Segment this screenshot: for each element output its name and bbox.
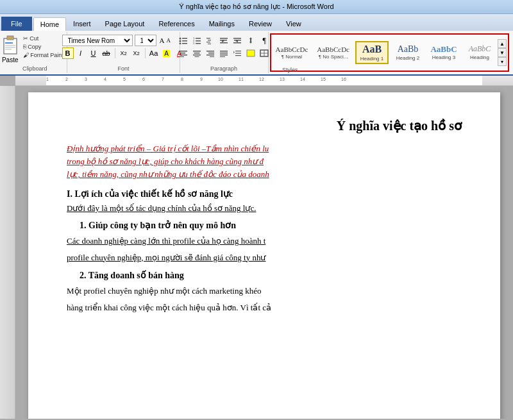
svg-rect-37 bbox=[193, 51, 201, 52]
decrease-font-button[interactable]: A bbox=[167, 37, 171, 44]
svg-point-10 bbox=[180, 43, 181, 45]
justify-icon bbox=[219, 49, 228, 57]
styles-expand[interactable]: ▾ bbox=[498, 57, 507, 66]
shading-icon bbox=[246, 49, 255, 57]
svg-rect-47 bbox=[220, 55, 228, 56]
svg-rect-38 bbox=[194, 53, 200, 54]
bullets-icon bbox=[179, 37, 188, 44]
font-controls: Times New Rom 12 A A B I U ab X2 X2 Aa A bbox=[60, 33, 188, 60]
tab-mailings[interactable]: Mailings bbox=[202, 17, 242, 31]
tab-file[interactable]: File bbox=[1, 17, 32, 31]
align-center-icon bbox=[192, 49, 201, 57]
show-marks-button[interactable]: ¶ bbox=[258, 35, 271, 46]
svg-rect-44 bbox=[210, 56, 214, 57]
tab-references[interactable]: References bbox=[151, 17, 201, 31]
numbering-icon: 1. 2. 3. bbox=[192, 37, 201, 44]
tab-review[interactable]: Review bbox=[242, 17, 279, 31]
svg-rect-21 bbox=[208, 44, 211, 44]
document-area[interactable]: Ý nghĩa việc tạo hồ sơ Định hướng phát t… bbox=[15, 86, 513, 419]
style-heading2[interactable]: AaBb Heading 2 bbox=[391, 42, 425, 62]
font-separator2 bbox=[145, 48, 146, 58]
svg-rect-50 bbox=[235, 53, 241, 54]
svg-rect-19 bbox=[208, 40, 211, 40]
styles-scroll-down[interactable]: ▼ bbox=[498, 48, 507, 57]
align-right-button[interactable] bbox=[204, 47, 217, 59]
svg-rect-35 bbox=[180, 55, 187, 56]
sort-icon bbox=[246, 37, 255, 44]
svg-rect-24 bbox=[220, 40, 227, 41]
svg-rect-46 bbox=[220, 53, 228, 54]
document-body-line1: trong bộ hồ sơ năng lực, giúp cho khách … bbox=[67, 156, 462, 167]
style-heading4[interactable]: AaBbC Heading bbox=[463, 43, 496, 62]
italic-button[interactable]: I bbox=[75, 47, 87, 59]
horizontal-ruler: 1 2 3 4 5 6 7 8 9 10 11 12 13 14 15 16 bbox=[15, 76, 513, 86]
style-heading3-preview: AaBbC bbox=[430, 45, 457, 54]
subscript-button[interactable]: X2 bbox=[118, 47, 130, 59]
style-heading1-preview: AaB bbox=[362, 44, 382, 55]
styles-scroll-up[interactable]: ▲ bbox=[498, 39, 507, 48]
font-size-selector[interactable]: 12 bbox=[135, 35, 156, 46]
ruler-inner: 1 2 3 4 5 6 7 8 9 10 11 12 13 14 15 16 bbox=[46, 76, 482, 85]
borders-button[interactable] bbox=[258, 47, 271, 59]
item2-line2: hàng triển khai công việc một cách hiệu … bbox=[67, 301, 462, 314]
svg-rect-33 bbox=[180, 51, 187, 52]
underline-button[interactable]: U bbox=[88, 47, 99, 59]
section1-heading: I. Lợi ích của việc thiết kế hồ sơ năng … bbox=[67, 189, 462, 199]
styles-label: Styles bbox=[282, 65, 298, 73]
decrease-indent-button[interactable] bbox=[217, 35, 230, 46]
sort-button[interactable] bbox=[244, 35, 257, 46]
svg-rect-39 bbox=[193, 55, 201, 56]
svg-marker-31 bbox=[249, 42, 252, 44]
item1-line1: Các doanh nghiệp càng lớn thì profile củ… bbox=[67, 235, 462, 248]
style-heading1[interactable]: AaB Heading 1 bbox=[355, 41, 389, 64]
increase-indent-button[interactable] bbox=[231, 35, 244, 46]
style-heading4-preview: AaBbC bbox=[469, 45, 491, 53]
svg-rect-9 bbox=[182, 40, 187, 42]
align-left-icon bbox=[179, 49, 188, 57]
svg-point-6 bbox=[180, 38, 181, 40]
tab-home[interactable]: Home bbox=[33, 17, 66, 31]
svg-rect-29 bbox=[233, 42, 241, 44]
justify-button[interactable] bbox=[217, 47, 230, 59]
font-selectors-row: Times New Rom 12 A A bbox=[62, 35, 185, 46]
align-center-button[interactable] bbox=[190, 47, 203, 59]
svg-rect-1 bbox=[7, 36, 13, 40]
tab-insert[interactable]: Insert bbox=[66, 17, 98, 31]
multilevel-button[interactable] bbox=[204, 35, 217, 46]
svg-rect-2 bbox=[5, 42, 13, 44]
style-heading2-preview: AaBb bbox=[398, 44, 419, 54]
numbering-button[interactable]: 1. 2. 3. bbox=[190, 35, 203, 46]
tab-page-layout[interactable]: Page Layout bbox=[98, 17, 152, 31]
svg-rect-34 bbox=[180, 53, 185, 54]
style-heading2-label: Heading 2 bbox=[396, 55, 419, 61]
change-case-button[interactable]: Aa bbox=[148, 47, 160, 59]
font-name-selector[interactable]: Times New Rom bbox=[62, 35, 133, 46]
multilevel-icon bbox=[206, 37, 215, 44]
style-heading3[interactable]: AaBbC Heading 3 bbox=[427, 43, 460, 62]
style-no-spacing[interactable]: AaBbCcDc ¶ No Spaci... bbox=[314, 44, 353, 62]
ribbon: Paste ✂ Cut ⎘ Copy 🖌 Format Painter Clip… bbox=[0, 31, 513, 76]
tab-view[interactable]: View bbox=[279, 17, 308, 31]
line-spacing-button[interactable] bbox=[231, 47, 244, 59]
svg-rect-4 bbox=[5, 47, 15, 48]
svg-rect-53 bbox=[247, 50, 255, 56]
svg-point-8 bbox=[180, 40, 181, 42]
increase-font-button[interactable]: A bbox=[160, 37, 165, 44]
svg-rect-17 bbox=[196, 43, 201, 44]
svg-rect-36 bbox=[180, 56, 184, 57]
shading-button[interactable] bbox=[244, 47, 257, 59]
item2-line1: Một profiel chuyên nghiệp như một cách m… bbox=[67, 285, 462, 298]
svg-rect-11 bbox=[182, 43, 187, 44]
svg-rect-20 bbox=[206, 42, 210, 42]
bullets-button[interactable] bbox=[177, 35, 190, 46]
style-normal[interactable]: AaBbCcDc ¶ Normal bbox=[273, 44, 312, 62]
document-page[interactable]: Ý nghĩa việc tạo hồ sơ Định hướng phát t… bbox=[28, 92, 500, 419]
paste-button[interactable]: Paste bbox=[0, 33, 21, 63]
svg-rect-18 bbox=[206, 38, 210, 38]
highlight-button[interactable]: A bbox=[161, 47, 172, 59]
strikethrough-button[interactable]: ab bbox=[101, 47, 112, 59]
bold-button[interactable]: B bbox=[62, 47, 74, 59]
style-normal-preview: AaBbCcDc bbox=[276, 46, 308, 53]
align-left-button[interactable] bbox=[177, 47, 190, 59]
superscript-button[interactable]: X2 bbox=[131, 47, 142, 59]
